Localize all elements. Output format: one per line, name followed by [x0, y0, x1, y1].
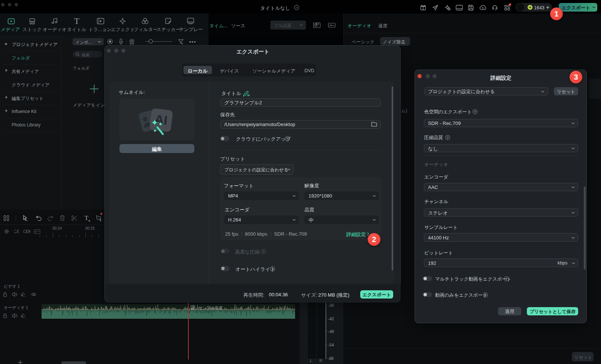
- svg-text:AI: AI: [247, 94, 250, 97]
- svg-text:AI: AI: [154, 112, 168, 128]
